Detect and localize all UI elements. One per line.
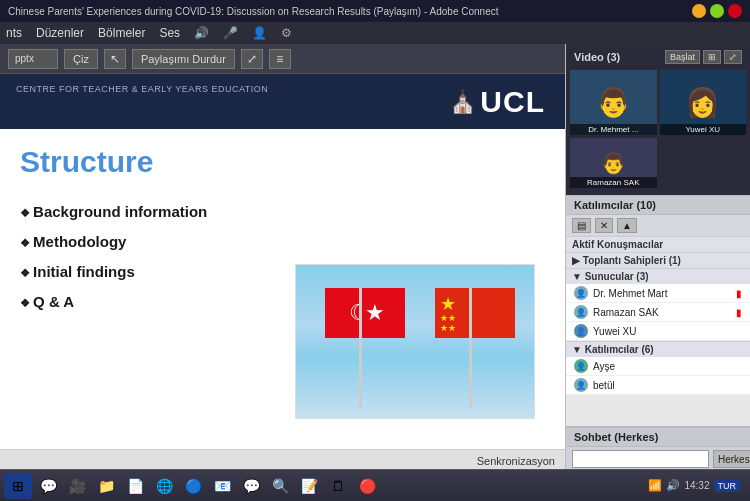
network-icon: 📶 bbox=[648, 479, 662, 492]
main-area: Çiz ↖ Paylaşımı Durdur ⤢ ≡ CENTRE FOR TE… bbox=[0, 44, 750, 471]
start-button[interactable]: ⊞ bbox=[4, 473, 32, 499]
ucl-crest-icon: ⛪ bbox=[449, 89, 476, 115]
minimize-button[interactable] bbox=[692, 4, 706, 18]
ramazan-part-name: Ramazan SAK bbox=[593, 307, 659, 318]
collapse-button[interactable]: ≡ bbox=[269, 49, 291, 69]
ayse-name: Ayşe bbox=[593, 361, 615, 372]
yuwei-part-name: Yuwei XU bbox=[593, 326, 636, 337]
right-panel: Video (3) Başlat ⊞ ⤢ 👨 Dr. Mehmet ... 👩 … bbox=[565, 44, 750, 471]
clock: 14:32 bbox=[684, 480, 709, 491]
ayse-avatar: 👤 bbox=[574, 359, 588, 373]
group-attendees: ▼ Katılımcılar (6) bbox=[566, 341, 750, 357]
group-hosts: ▶ Toplantı Sahipleri (1) bbox=[566, 252, 750, 268]
maximize-button[interactable] bbox=[710, 4, 724, 18]
participants-list: Aktif Konuşmacılar ▶ Toplantı Sahipleri … bbox=[566, 236, 750, 426]
video-expand-button[interactable]: ⤢ bbox=[724, 50, 742, 64]
mehmet-status-icon: ▮ bbox=[736, 288, 742, 299]
video-header: Video (3) Başlat ⊞ ⤢ bbox=[570, 48, 746, 66]
video-grid: 👨 Dr. Mehmet ... 👩 Yuwei XU 👨 Ramazan SA… bbox=[570, 70, 746, 188]
turkey-pole bbox=[359, 288, 362, 408]
mehmet-label: Dr. Mehmet ... bbox=[570, 124, 657, 135]
ramazan-status-icon: ▮ bbox=[736, 307, 742, 318]
betul-name: betül bbox=[593, 380, 615, 391]
participants-raise-btn[interactable]: ▲ bbox=[617, 218, 637, 233]
ramazan-label: Ramazan SAK bbox=[570, 177, 657, 188]
video-start-button[interactable]: Başlat bbox=[665, 50, 700, 64]
betul-avatar: 👤 bbox=[574, 378, 588, 392]
taskbar-app-11[interactable]: 🗒 bbox=[325, 473, 351, 499]
close-button[interactable] bbox=[728, 4, 742, 18]
flags-image: ☾★ ★ ★★★★ bbox=[295, 264, 535, 419]
ucl-header: CENTRE FOR TEACHER & EARLY YEARS EDUCATI… bbox=[0, 74, 565, 129]
video-cell-yuwei: 👩 Yuwei XU bbox=[660, 70, 747, 135]
group-active-speakers: Aktif Konuşmacılar bbox=[566, 236, 750, 252]
presenter-yuwei: 👤 Yuwei XU bbox=[566, 322, 750, 341]
slide-body: Structure Background information Methodo… bbox=[0, 129, 565, 449]
menu-item-ses[interactable]: Ses bbox=[159, 26, 180, 40]
participants-toolbar: ▤ ✕ ▲ bbox=[566, 215, 750, 236]
ramazan-part-avatar: 👤 bbox=[574, 305, 588, 319]
menu-item-bolmeler[interactable]: Bölmeler bbox=[98, 26, 145, 40]
title-bar: Chinese Parents' Experiences during COVI… bbox=[0, 0, 750, 22]
share-stop-button[interactable]: Paylaşımı Durdur bbox=[132, 49, 235, 69]
chat-title: Sohbet (Herkes) bbox=[574, 431, 658, 443]
volume-icon: 🔊 bbox=[666, 479, 680, 492]
cursor-button[interactable]: ↖ bbox=[104, 49, 126, 69]
video-cell-mehmet: 👨 Dr. Mehmet ... bbox=[570, 70, 657, 135]
slide-panel: Çiz ↖ Paylaşımı Durdur ⤢ ≡ CENTRE FOR TE… bbox=[0, 44, 565, 471]
turkey-flag-symbol: ☾★ bbox=[349, 300, 381, 326]
taskbar-app-12[interactable]: 🔴 bbox=[354, 473, 380, 499]
participants-header: Katılımcılar (10) bbox=[566, 195, 750, 215]
china-flag: ★ ★★★★ bbox=[435, 288, 515, 338]
chat-send-button[interactable]: Herkes bbox=[713, 450, 750, 468]
participants-title: Katılımcılar (10) bbox=[574, 199, 656, 211]
mehmet-part-name: Dr. Mehmet Mart bbox=[593, 288, 667, 299]
taskbar-app-4[interactable]: 📄 bbox=[122, 473, 148, 499]
video-grid-button[interactable]: ⊞ bbox=[703, 50, 721, 64]
chat-input[interactable] bbox=[572, 450, 709, 468]
yuwei-label: Yuwei XU bbox=[660, 124, 747, 135]
taskbar: ⊞ 💬 🎥 📁 📄 🌐 🔵 📧 💬 🔍 📝 🗒 🔴 📶 🔊 14:32 TUR bbox=[0, 469, 750, 501]
language-indicator: TUR bbox=[714, 480, 741, 492]
taskbar-app-7[interactable]: 📧 bbox=[209, 473, 235, 499]
chat-input-area: Herkes bbox=[566, 447, 750, 471]
ucl-logo-text: UCL bbox=[480, 85, 545, 119]
chat-header: Sohbet (Herkes) bbox=[566, 427, 750, 447]
attendee-betul: 👤 betül bbox=[566, 376, 750, 395]
china-stars: ★ ★★★★ bbox=[440, 293, 456, 333]
taskbar-app-6[interactable]: 🔵 bbox=[180, 473, 206, 499]
participants-section: Katılımcılar (10) ▤ ✕ ▲ Aktif Konuşmacıl… bbox=[566, 195, 750, 471]
participants-remove-btn[interactable]: ✕ bbox=[595, 218, 613, 233]
menu-item-nts[interactable]: nts bbox=[6, 26, 22, 40]
yuwei-part-avatar: 👤 bbox=[574, 324, 588, 338]
taskbar-app-2[interactable]: 🎥 bbox=[64, 473, 90, 499]
draw-button[interactable]: Çiz bbox=[64, 49, 98, 69]
taskbar-app-10[interactable]: 📝 bbox=[296, 473, 322, 499]
participants-list-btn[interactable]: ▤ bbox=[572, 218, 591, 233]
taskbar-app-3[interactable]: 📁 bbox=[93, 473, 119, 499]
video-title: Video (3) bbox=[574, 51, 620, 63]
chat-section: Sohbet (Herkes) Herkes bbox=[566, 426, 750, 471]
title-bar-controls bbox=[692, 4, 742, 18]
video-section: Video (3) Başlat ⊞ ⤢ 👨 Dr. Mehmet ... 👩 … bbox=[566, 44, 750, 195]
taskbar-app-1[interactable]: 💬 bbox=[35, 473, 61, 499]
china-pole bbox=[469, 288, 472, 408]
sync-text: Senkronizasyon bbox=[477, 455, 555, 467]
taskbar-app-5[interactable]: 🌐 bbox=[151, 473, 177, 499]
menu-item-duzenler[interactable]: Düzenler bbox=[36, 26, 84, 40]
video-header-buttons: Başlat ⊞ ⤢ bbox=[665, 50, 742, 64]
mehmet-part-avatar: 👤 bbox=[574, 286, 588, 300]
flags-background: ☾★ ★ ★★★★ bbox=[296, 265, 534, 418]
presenter-mehmet: 👤 Dr. Mehmet Mart ▮ bbox=[566, 284, 750, 303]
expand-button[interactable]: ⤢ bbox=[241, 49, 263, 69]
slide-content: CENTRE FOR TEACHER & EARLY YEARS EDUCATI… bbox=[0, 74, 565, 471]
list-item-background: Background information bbox=[20, 197, 545, 227]
url-input[interactable] bbox=[8, 49, 58, 69]
china-flag-pole: ★ ★★★★ bbox=[425, 288, 515, 408]
taskbar-app-9[interactable]: 🔍 bbox=[267, 473, 293, 499]
taskbar-app-8[interactable]: 💬 bbox=[238, 473, 264, 499]
ucl-subtitle: CENTRE FOR TEACHER & EARLY YEARS EDUCATI… bbox=[16, 84, 268, 94]
menu-bar: nts Düzenler Bölmeler Ses 🔊 🎤 👤 ⚙ bbox=[0, 22, 750, 44]
taskbar-system: 📶 🔊 14:32 TUR bbox=[642, 479, 746, 492]
title-bar-text: Chinese Parents' Experiences during COVI… bbox=[8, 6, 692, 17]
